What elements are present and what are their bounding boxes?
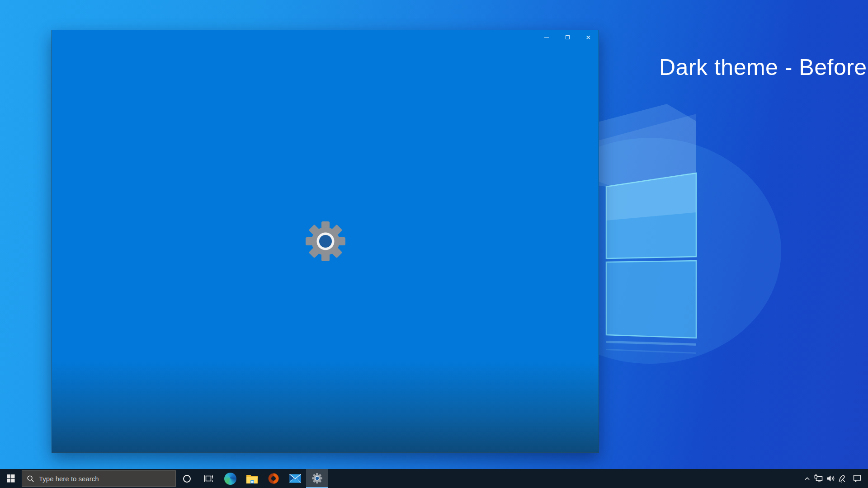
settings-window: ✕ — [52, 30, 599, 453]
taskbar-search[interactable] — [22, 470, 176, 487]
network-tray-button[interactable] — [813, 469, 825, 488]
action-center-button[interactable] — [848, 469, 866, 488]
maximize-button[interactable] — [557, 30, 578, 44]
taskbar-app-file-explorer[interactable] — [241, 469, 263, 488]
close-icon: ✕ — [585, 34, 591, 41]
taskbar-app-office[interactable] — [263, 469, 284, 488]
close-button[interactable]: ✕ — [578, 30, 599, 44]
screen: Dark theme - Before ✕ — [0, 0, 868, 488]
windows-start-icon — [7, 474, 15, 483]
start-button[interactable] — [0, 469, 22, 488]
show-hidden-icons-button[interactable] — [801, 469, 813, 488]
mail-icon — [289, 474, 301, 483]
taskbar-app-edge[interactable] — [219, 469, 241, 488]
task-view-icon — [203, 474, 213, 483]
search-icon — [27, 475, 34, 483]
chevron-up-icon — [804, 475, 811, 482]
system-tray — [801, 469, 868, 488]
taskbar-app-settings[interactable] — [306, 469, 328, 488]
taskbar-app-cortana[interactable] — [176, 469, 198, 488]
taskbar-app-mail[interactable] — [284, 469, 306, 488]
settings-gear-icon — [304, 220, 347, 263]
taskbar-app-task-view[interactable] — [198, 469, 219, 488]
file-explorer-icon — [246, 473, 258, 484]
network-ethernet-icon — [814, 474, 824, 483]
search-input[interactable] — [39, 475, 156, 483]
taskbar-empty-area — [328, 469, 801, 488]
minimize-button[interactable] — [536, 30, 557, 44]
office-icon — [268, 473, 279, 484]
desktop-caption-text: Dark theme - Before — [659, 54, 858, 80]
windows-ink-tray-button[interactable] — [836, 469, 848, 488]
volume-tray-button[interactable] — [825, 469, 836, 488]
microsoft-edge-icon — [224, 473, 236, 485]
settings-taskbar-icon — [311, 473, 323, 484]
action-center-icon — [853, 474, 862, 483]
taskbar — [0, 469, 868, 488]
window-titlebar: ✕ — [536, 30, 599, 44]
volume-icon — [826, 474, 835, 483]
cortana-icon — [183, 475, 191, 483]
pen-ink-icon — [838, 474, 847, 483]
minimize-icon — [544, 37, 549, 38]
maximize-icon — [566, 35, 570, 39]
